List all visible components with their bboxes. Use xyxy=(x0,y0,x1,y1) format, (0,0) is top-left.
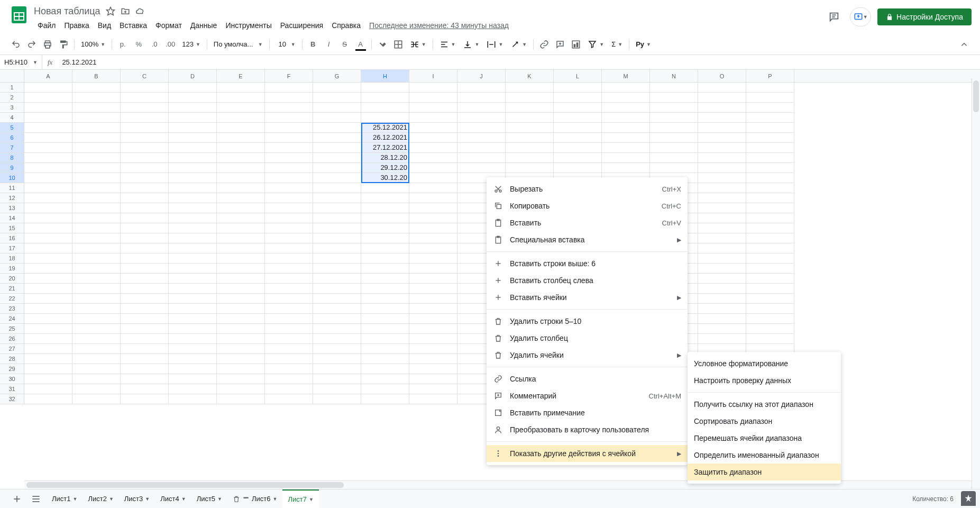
chart-icon[interactable] xyxy=(569,37,583,52)
cell-E12[interactable] xyxy=(217,193,265,203)
cell-G27[interactable] xyxy=(313,344,361,354)
cell-K2[interactable] xyxy=(506,93,554,103)
cell-K1[interactable] xyxy=(506,83,554,93)
cell-E23[interactable] xyxy=(217,304,265,314)
cell-C5[interactable] xyxy=(121,123,169,133)
submenu-Условное форматирование[interactable]: Условное форматирование xyxy=(688,355,841,372)
cell-P21[interactable] xyxy=(746,284,794,294)
menu-Справка[interactable]: Справка xyxy=(328,19,364,32)
cell-F10[interactable] xyxy=(265,173,313,183)
submenu-Защитить диапазон[interactable]: Защитить диапазон xyxy=(688,464,841,480)
cell-K7[interactable] xyxy=(506,143,554,153)
cell-A28[interactable] xyxy=(24,354,72,364)
cell-J9[interactable] xyxy=(457,163,506,173)
star-icon[interactable] xyxy=(106,6,115,16)
cell-I25[interactable] xyxy=(409,324,457,334)
cell-C29[interactable] xyxy=(121,364,169,374)
cell-P16[interactable] xyxy=(746,233,794,243)
cell-E1[interactable] xyxy=(217,83,265,93)
cell-G31[interactable] xyxy=(313,384,361,394)
cell-G3[interactable] xyxy=(313,103,361,113)
cell-B8[interactable] xyxy=(72,153,121,163)
cell-P25[interactable] xyxy=(746,324,794,334)
cell-J3[interactable] xyxy=(457,103,506,113)
cell-C3[interactable] xyxy=(121,103,169,113)
cell-O17[interactable] xyxy=(698,243,746,253)
cell-P22[interactable] xyxy=(746,294,794,304)
cell-P9[interactable] xyxy=(746,163,794,173)
menu-Данные[interactable]: Данные xyxy=(187,19,221,32)
cell-P10[interactable] xyxy=(746,173,794,183)
cell-O21[interactable] xyxy=(698,284,746,294)
cell-P5[interactable] xyxy=(746,123,794,133)
ctx-Удалить строки 5–10[interactable]: Удалить строки 5–10 xyxy=(487,313,688,330)
row-header-28[interactable]: 28 xyxy=(0,354,24,364)
cell-I32[interactable] xyxy=(409,394,457,404)
cell-E17[interactable] xyxy=(217,243,265,253)
cell-G14[interactable] xyxy=(313,213,361,223)
cell-G20[interactable] xyxy=(313,274,361,284)
cell-I1[interactable] xyxy=(409,83,457,93)
cell-E10[interactable] xyxy=(217,173,265,183)
cell-H12[interactable] xyxy=(361,193,409,203)
cell-B25[interactable] xyxy=(72,324,121,334)
cell-L7[interactable] xyxy=(554,143,602,153)
cell-P17[interactable] xyxy=(746,243,794,253)
cell-F29[interactable] xyxy=(265,364,313,374)
cell-P4[interactable] xyxy=(746,113,794,123)
cell-B9[interactable] xyxy=(72,163,121,173)
chevron-down-icon[interactable]: ▼ xyxy=(273,496,278,502)
cell-O3[interactable] xyxy=(698,103,746,113)
cell-A18[interactable] xyxy=(24,253,72,264)
cell-E2[interactable] xyxy=(217,93,265,103)
cell-E32[interactable] xyxy=(217,394,265,404)
cell-P12[interactable] xyxy=(746,193,794,203)
cell-I21[interactable] xyxy=(409,284,457,294)
cell-P18[interactable] xyxy=(746,253,794,264)
cell-M2[interactable] xyxy=(602,93,650,103)
ctx-Вставить строки выше: 6[interactable]: Вставить строки выше: 6 xyxy=(487,255,688,272)
cell-I24[interactable] xyxy=(409,314,457,324)
cell-C30[interactable] xyxy=(121,374,169,384)
cell-O7[interactable] xyxy=(698,143,746,153)
cell-C32[interactable] xyxy=(121,394,169,404)
cell-G10[interactable] xyxy=(313,173,361,183)
row-header-15[interactable]: 15 xyxy=(0,223,24,233)
cell-O1[interactable] xyxy=(698,83,746,93)
cell-P6[interactable] xyxy=(746,133,794,143)
cell-H13[interactable] xyxy=(361,203,409,213)
cell-A22[interactable] xyxy=(24,294,72,304)
row-header-30[interactable]: 30 xyxy=(0,374,24,384)
cell-G7[interactable] xyxy=(313,143,361,153)
link-icon[interactable] xyxy=(537,37,552,52)
cell-A25[interactable] xyxy=(24,324,72,334)
cell-E31[interactable] xyxy=(217,384,265,394)
ctx-Вставить[interactable]: ВставитьCtrl+V xyxy=(487,214,688,231)
cell-B13[interactable] xyxy=(72,203,121,213)
cloud-icon[interactable] xyxy=(135,6,145,16)
cell-D25[interactable] xyxy=(169,324,217,334)
cell-O25[interactable] xyxy=(698,324,746,334)
cell-H19[interactable] xyxy=(361,264,409,274)
cell-A14[interactable] xyxy=(24,213,72,223)
cell-F26[interactable] xyxy=(265,334,313,344)
cell-E30[interactable] xyxy=(217,374,265,384)
cell-M9[interactable] xyxy=(602,163,650,173)
cell-B2[interactable] xyxy=(72,93,121,103)
row-header-9[interactable]: 9 xyxy=(0,163,24,173)
cell-O24[interactable] xyxy=(698,314,746,324)
cell-G15[interactable] xyxy=(313,223,361,233)
cell-F25[interactable] xyxy=(265,324,313,334)
cell-D2[interactable] xyxy=(169,93,217,103)
col-header-D[interactable]: D xyxy=(169,70,217,82)
cell-E4[interactable] xyxy=(217,113,265,123)
cell-F17[interactable] xyxy=(265,243,313,253)
cell-G5[interactable] xyxy=(313,123,361,133)
cell-E29[interactable] xyxy=(217,364,265,374)
col-header-K[interactable]: K xyxy=(506,70,554,82)
menu-Формат[interactable]: Формат xyxy=(152,19,186,32)
cell-C15[interactable] xyxy=(121,223,169,233)
cell-D9[interactable] xyxy=(169,163,217,173)
cell-G11[interactable] xyxy=(313,183,361,193)
menu-Правка[interactable]: Правка xyxy=(60,19,93,32)
